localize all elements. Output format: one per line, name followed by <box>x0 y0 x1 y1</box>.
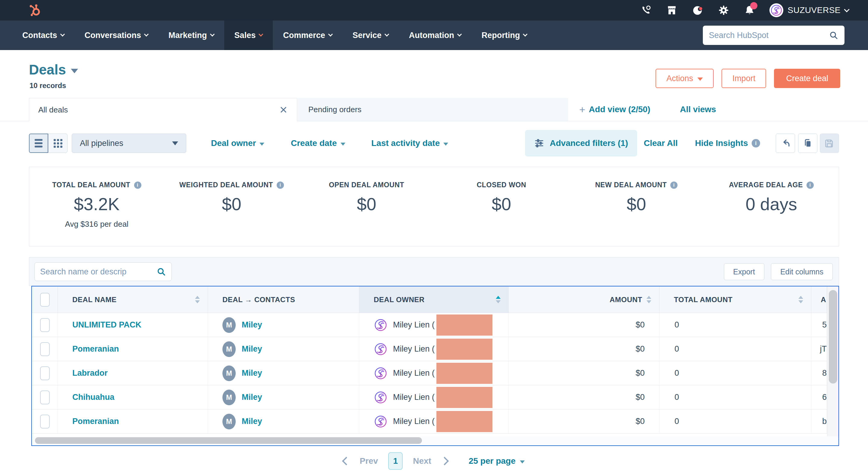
column-header-truncated[interactable]: A <box>811 287 827 313</box>
undo-button[interactable] <box>776 134 795 153</box>
close-tab-icon[interactable] <box>279 105 288 114</box>
page-title: Deals <box>29 61 66 78</box>
redaction-block <box>436 363 493 384</box>
board-view-button[interactable] <box>48 134 67 153</box>
truncated-cell: jT <box>811 337 827 361</box>
help-icon[interactable] <box>692 4 704 16</box>
last-activity-date-filter[interactable]: Last activity date <box>371 129 448 157</box>
deal-name-cell: UNLIMITED PACK <box>58 313 208 337</box>
next-button[interactable]: Next <box>413 456 431 466</box>
deal-name-link[interactable]: Pomeranian <box>72 417 119 426</box>
contact-link[interactable]: Miley <box>242 320 262 330</box>
prev-button[interactable]: Prev <box>360 456 378 466</box>
nav-item-marketing[interactable]: Marketing <box>158 21 224 50</box>
horizontal-scrollbar-thumb[interactable] <box>35 437 422 444</box>
column-header-deal-name[interactable]: DEAL NAME <box>58 287 208 313</box>
deal-owner-filter[interactable]: Deal owner <box>211 129 264 157</box>
info-icon[interactable] <box>277 181 284 189</box>
info-icon[interactable] <box>134 181 141 189</box>
chevron-down-icon <box>457 32 462 37</box>
nav-item-conversations[interactable]: Conversations <box>74 21 158 50</box>
row-checkbox[interactable] <box>40 366 50 380</box>
nav-item-contacts[interactable]: Contacts <box>12 21 74 50</box>
table-search-input[interactable] <box>40 267 156 276</box>
nav-item-automation[interactable]: Automation <box>399 21 471 50</box>
contact-link[interactable]: Miley <box>242 369 262 378</box>
current-page-button[interactable]: 1 <box>388 452 403 470</box>
info-icon[interactable] <box>670 181 678 189</box>
row-checkbox[interactable] <box>40 318 50 332</box>
chevron-right-icon[interactable] <box>440 457 449 465</box>
nav-item-reporting[interactable]: Reporting <box>471 21 537 50</box>
create-date-filter[interactable]: Create date <box>291 129 345 157</box>
all-views-link[interactable]: All views <box>680 98 716 121</box>
deal-name-link[interactable]: Chihuahua <box>72 392 115 402</box>
nav-item-sales[interactable]: Sales <box>224 21 273 50</box>
stat-value: $0 <box>299 194 434 214</box>
deal-name-link[interactable]: UNLIMITED PACK <box>72 320 141 330</box>
advanced-filters-button[interactable]: Advanced filters (1) <box>525 130 637 156</box>
export-button[interactable]: Export <box>724 263 764 280</box>
hide-insights-link[interactable]: Hide Insights <box>695 129 760 157</box>
settings-gear-icon[interactable] <box>718 4 730 16</box>
search-icon[interactable] <box>156 267 166 276</box>
top-utility-bar: SUZUVERSE <box>0 0 868 21</box>
contact-link[interactable]: Miley <box>242 392 262 402</box>
column-header-deal-owner[interactable]: DEAL OWNER <box>359 287 509 313</box>
deal-contacts-cell: M Miley <box>208 361 359 385</box>
hubspot-logo-icon[interactable] <box>28 4 41 17</box>
nav-item-service[interactable]: Service <box>342 21 399 50</box>
pipeline-select[interactable]: All pipelines <box>72 134 186 153</box>
copy-view-button[interactable] <box>798 134 817 153</box>
contact-link[interactable]: Miley <box>242 417 262 426</box>
view-mode-toggle <box>29 134 67 153</box>
chevron-left-icon[interactable] <box>342 457 350 465</box>
edit-columns-button[interactable]: Edit columns <box>771 263 833 280</box>
nav-item-commerce[interactable]: Commerce <box>273 21 342 50</box>
page-title-row: Deals <box>29 61 78 78</box>
column-header-amount[interactable]: AMOUNT <box>509 287 659 313</box>
marketplace-icon[interactable] <box>666 4 678 16</box>
add-view-link[interactable]: + Add view (2/50) <box>579 98 650 121</box>
calls-icon[interactable] <box>640 4 652 16</box>
tab-pending-orders[interactable]: Pending orders <box>298 98 568 121</box>
primary-nav: Contacts Conversations Marketing Sales C… <box>0 21 868 50</box>
topbar-right-controls: SUZUVERSE <box>640 0 849 21</box>
column-header-total-amount[interactable]: TOTAL AMOUNT <box>659 287 811 313</box>
row-checkbox[interactable] <box>40 342 50 356</box>
owner-avatar <box>374 342 388 356</box>
info-icon[interactable] <box>807 181 814 189</box>
vertical-scrollbar-thumb[interactable] <box>829 290 837 384</box>
select-all-checkbox[interactable] <box>40 293 50 307</box>
chevron-down-icon <box>258 32 264 37</box>
deal-owner-cell: Miley Lien ( <box>359 337 509 361</box>
deal-contacts-cell: M Miley <box>208 337 359 361</box>
header-buttons: Actions Import Create deal <box>655 69 840 88</box>
amount-cell: $0 <box>509 410 659 433</box>
row-checkbox[interactable] <box>40 415 50 429</box>
deal-owner-cell: Miley Lien ( <box>359 385 509 409</box>
sort-arrows-icon <box>642 296 651 303</box>
deals-table-section: Export Edit columns DEAL NAME DEAL → CON… <box>29 257 839 446</box>
deal-name-link[interactable]: Pomeranian <box>72 344 119 354</box>
notifications-bell-icon[interactable] <box>744 4 755 16</box>
list-view-button[interactable] <box>29 134 48 153</box>
search-icon[interactable] <box>829 30 838 40</box>
global-search-input[interactable] <box>709 31 829 40</box>
table-row: UNLIMITED PACK M Miley <box>32 313 838 337</box>
redaction-block <box>436 315 493 335</box>
create-deal-button[interactable]: Create deal <box>774 69 840 88</box>
tab-all-deals[interactable]: All deals <box>29 98 297 121</box>
contact-link[interactable]: Miley <box>242 344 262 354</box>
per-page-select[interactable]: 25 per page <box>469 456 525 466</box>
column-header-deal-contacts[interactable]: DEAL → CONTACTS <box>208 287 359 313</box>
account-menu[interactable]: SUZUVERSE <box>770 3 849 17</box>
caret-down-icon <box>698 78 703 81</box>
title-caret-icon[interactable] <box>71 69 78 73</box>
actions-button[interactable]: Actions <box>655 69 714 88</box>
clear-all-link[interactable]: Clear All <box>644 129 678 157</box>
row-checkbox[interactable] <box>40 390 50 404</box>
deal-name-link[interactable]: Labrador <box>72 369 107 378</box>
import-button[interactable]: Import <box>721 69 767 88</box>
save-view-button[interactable] <box>820 134 839 153</box>
